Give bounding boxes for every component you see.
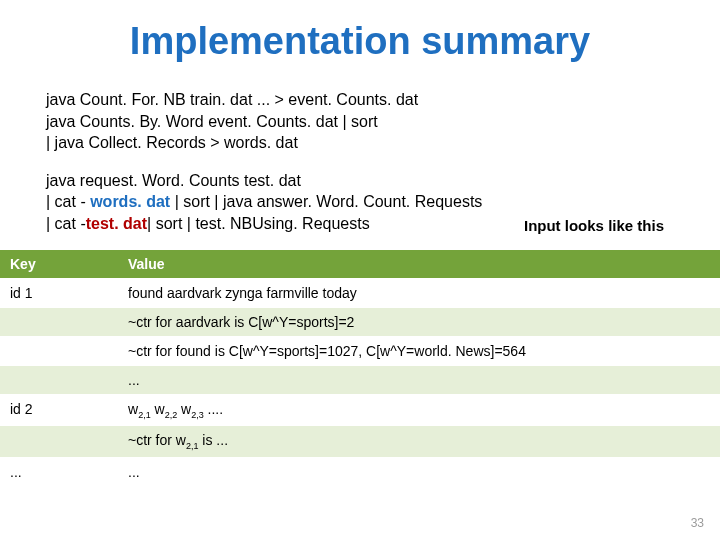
cell-key: id 1 [0, 278, 118, 307]
table-body: id 1found aardvark zynga farmville today… [0, 278, 720, 487]
col-header-key: Key [0, 249, 118, 278]
code-line: | java Collect. Records > words. dat [46, 132, 674, 154]
cell-value: ~ctr for w2,1 is ... [118, 426, 720, 458]
code-line: java Count. For. NB train. dat ... > eve… [46, 89, 674, 111]
table-row: id 1found aardvark zynga farmville today [0, 278, 720, 307]
slide-title: Implementation summary [0, 0, 720, 89]
table-row: ~ctr for found is C[w^Y=sports]=1027, C[… [0, 336, 720, 365]
data-table: Key Value id 1found aardvark zynga farmv… [0, 249, 720, 488]
code-block-2: java request. Word. Counts test. dat | c… [46, 170, 674, 235]
cell-value: ... [118, 365, 720, 394]
cell-key [0, 365, 118, 394]
cell-value: w2,1 w2,2 w2,3 .... [118, 394, 720, 426]
table-row: ~ctr for aardvark is C[w^Y=sports]=2 [0, 307, 720, 336]
table-row: ~ctr for w2,1 is ... [0, 426, 720, 458]
annotation-note: Input looks like this [524, 216, 664, 236]
cell-key [0, 307, 118, 336]
cell-value: ... [118, 458, 720, 487]
table-row: ...... [0, 458, 720, 487]
cell-key: ... [0, 458, 118, 487]
cell-value: ~ctr for found is C[w^Y=sports]=1027, C[… [118, 336, 720, 365]
code-block-1: java Count. For. NB train. dat ... > eve… [46, 89, 674, 154]
col-header-value: Value [118, 249, 720, 278]
code-line: | cat - words. dat | sort | java answer.… [46, 191, 674, 213]
code-line: java Counts. By. Word event. Counts. dat… [46, 111, 674, 133]
code-line: java request. Word. Counts test. dat [46, 170, 674, 192]
page-number: 33 [691, 516, 704, 530]
table-row: id 2w2,1 w2,2 w2,3 .... [0, 394, 720, 426]
cell-key: id 2 [0, 394, 118, 426]
cell-value: ~ctr for aardvark is C[w^Y=sports]=2 [118, 307, 720, 336]
table-row: ... [0, 365, 720, 394]
cell-key [0, 426, 118, 458]
cell-key [0, 336, 118, 365]
cell-value: found aardvark zynga farmville today [118, 278, 720, 307]
